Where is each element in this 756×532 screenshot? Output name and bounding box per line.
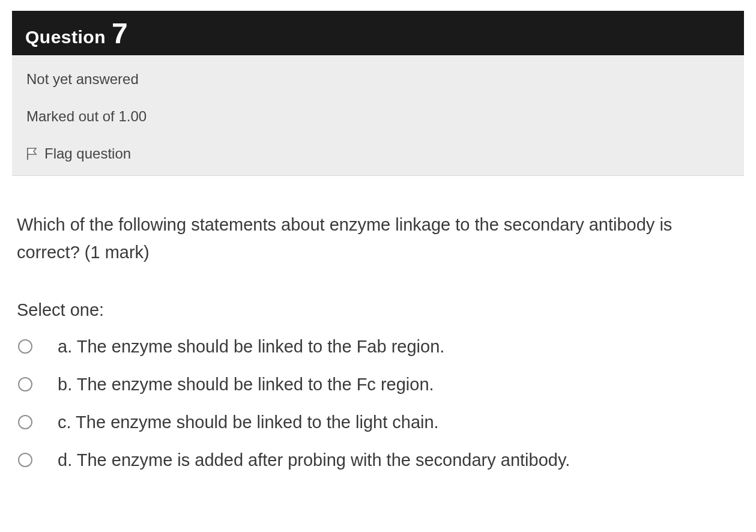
select-one-label: Select one: <box>17 300 739 320</box>
question-text: Which of the following statements about … <box>17 211 739 267</box>
option-text: The enzyme should be linked to the light… <box>76 413 439 432</box>
option-text: The enzyme is added after probing with t… <box>77 450 570 470</box>
option-b: b. The enzyme should be linked to the Fc… <box>17 375 739 394</box>
option-a-label[interactable]: a. The enzyme should be linked to the Fa… <box>58 337 444 357</box>
radio-option-a[interactable] <box>18 339 32 354</box>
option-letter: c. <box>58 413 71 432</box>
radio-option-b[interactable] <box>18 377 32 391</box>
status-text: Not yet answered <box>26 71 730 88</box>
question-body: Which of the following statements about … <box>12 176 744 470</box>
option-a: a. The enzyme should be linked to the Fa… <box>17 337 739 357</box>
question-header: Question 7 <box>12 11 744 55</box>
radio-option-c[interactable] <box>18 415 32 429</box>
option-text: The enzyme should be linked to the Fab r… <box>77 337 445 356</box>
option-c: c. The enzyme should be linked to the li… <box>17 413 739 432</box>
option-text: The enzyme should be linked to the Fc re… <box>77 375 434 394</box>
question-info-block: Not yet answered Marked out of 1.00 Flag… <box>12 55 744 176</box>
flag-question-link[interactable]: Flag question <box>26 145 730 162</box>
option-c-label[interactable]: c. The enzyme should be linked to the li… <box>58 413 439 432</box>
option-letter: b. <box>58 375 72 394</box>
question-card: Question 7 Not yet answered Marked out o… <box>12 11 744 470</box>
option-letter: d. <box>58 450 72 470</box>
question-label: Question <box>25 27 106 47</box>
options-list: a. The enzyme should be linked to the Fa… <box>17 337 739 470</box>
flag-label: Flag question <box>44 145 131 162</box>
marks-text: Marked out of 1.00 <box>26 108 730 125</box>
question-number: 7 <box>112 19 128 48</box>
radio-option-d[interactable] <box>18 453 32 467</box>
option-d-label[interactable]: d. The enzyme is added after probing wit… <box>58 450 570 470</box>
option-b-label[interactable]: b. The enzyme should be linked to the Fc… <box>58 375 434 394</box>
option-letter: a. <box>58 337 72 356</box>
option-d: d. The enzyme is added after probing wit… <box>17 450 739 470</box>
flag-icon <box>26 147 38 160</box>
